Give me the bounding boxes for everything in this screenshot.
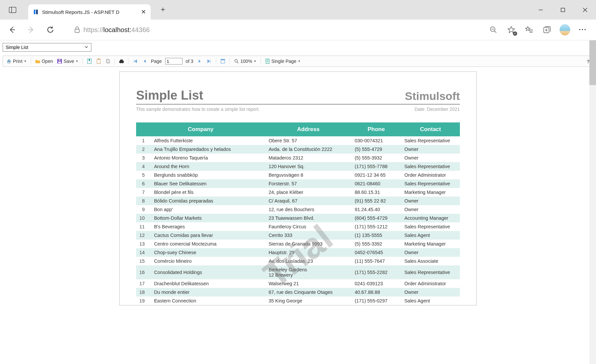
cell-index: 9 [136, 205, 149, 214]
cell-address: Berguvsvägen 8 [265, 171, 351, 179]
cell-address: Walserweg 21 [265, 279, 351, 288]
single-page-icon [265, 59, 270, 64]
zoom-icon [234, 59, 239, 64]
bookmarks-button[interactable] [86, 59, 93, 64]
cell-address: 23 Tsawwassen Blvd. [265, 214, 351, 222]
panel-toggle-button[interactable] [6, 5, 19, 15]
fullscreen-icon [220, 59, 225, 64]
tab-close-button[interactable]: ✕ [141, 8, 146, 16]
page-of: of 3 [185, 59, 194, 64]
cell-phone: (171) 555-0297 [351, 296, 401, 305]
table-row: 6Blauer See DelikatessenForsterstr. 5706… [136, 179, 460, 188]
table-row: 16Consolidated HoldingsBerkeley Gardens1… [136, 265, 460, 279]
svg-rect-27 [98, 59, 100, 60]
svg-rect-24 [59, 59, 61, 61]
svg-rect-4 [561, 8, 565, 12]
svg-rect-23 [58, 62, 61, 63]
parameters-button[interactable] [95, 59, 102, 64]
svg-point-35 [235, 60, 237, 62]
cell-phone: 0621-08460 [351, 179, 401, 188]
cell-phone: 0452-076545 [351, 248, 401, 257]
table-row: 12Cactus Comidas para llevarCerrito 333(… [136, 231, 460, 240]
cell-index: 3 [136, 154, 149, 162]
print-button[interactable]: Print ▼ [6, 59, 27, 64]
browser-tab[interactable]: Stimulsoft Reports.JS - ASP.NET D ✕ [28, 4, 151, 20]
save-button[interactable]: Save ▼ [56, 59, 79, 64]
cell-address: Hauptstr. 29 [265, 248, 351, 257]
profile-avatar[interactable] [560, 24, 570, 35]
cell-contact: Sales Agent [401, 296, 460, 305]
cell-index: 4 [136, 162, 149, 171]
next-page-button[interactable] [197, 59, 203, 64]
last-page-button[interactable] [206, 59, 213, 64]
url-text[interactable]: https://localhost:44366 [82, 24, 473, 36]
cell-contact: Sales Representative [401, 222, 460, 231]
svg-rect-0 [9, 7, 16, 13]
cell-company: Antonio Moreno Taquería [149, 154, 265, 162]
caret-down-icon: ▼ [254, 60, 257, 63]
cell-contact: Accounting Manager [401, 214, 460, 222]
find-button[interactable] [118, 59, 125, 64]
fullscreen-button[interactable] [220, 59, 226, 64]
open-button[interactable]: Open [34, 59, 54, 64]
cell-address: Forsterstr. 57 [265, 179, 351, 188]
cell-phone: 88.60.15.31 [351, 188, 401, 197]
folder-icon [35, 59, 40, 64]
minimize-button[interactable] [529, 0, 552, 20]
new-tab-button[interactable]: ＋ [157, 3, 169, 16]
collections-icon[interactable] [542, 24, 552, 35]
scroll-thumb[interactable] [589, 40, 596, 85]
cell-phone: 030-0074321 [351, 136, 401, 145]
cell-index: 12 [136, 231, 149, 240]
cell-company: Blauer See Delikatessen [149, 179, 265, 188]
resources-button[interactable] [105, 59, 111, 64]
cell-phone: 40.67.88.88 [351, 288, 401, 296]
zoom-out-icon[interactable] [488, 24, 499, 35]
cell-index: 7 [136, 188, 149, 197]
table-row: 8Bólido Comidas preparadasC/ Araquil, 67… [136, 197, 460, 205]
cell-index: 6 [136, 179, 149, 188]
favorites-list-icon[interactable] [524, 24, 534, 35]
cell-contact: Sales Representative [401, 136, 460, 145]
table-row: 5Berglunds snabbköpBerguvsvägen 80921-12… [136, 171, 460, 179]
chevron-down-icon [84, 45, 88, 50]
cell-phone: (171) 555-7788 [351, 162, 401, 171]
report-brand: Stimulsoft [405, 90, 460, 103]
cell-index: 19 [136, 296, 149, 305]
scrollbar[interactable] [589, 40, 596, 364]
view-mode-button[interactable]: Single Page ▼ [264, 59, 301, 64]
forward-button[interactable] [25, 23, 38, 36]
table-row: 18Du monde entier67, rue des Cinquante O… [136, 288, 460, 296]
cell-address: Mataderos 2312 [265, 154, 351, 162]
cell-company: Alfreds Futterkiste [149, 136, 265, 145]
zoom-button[interactable]: 100% ▼ [233, 59, 257, 64]
cell-address: Fauntleroy Circus [265, 222, 351, 231]
cell-address: 12, rue des Bouchers [265, 205, 351, 214]
report-select[interactable]: Simple List [3, 43, 91, 52]
cell-company: Drachenblut Delikatessen [149, 279, 265, 288]
cell-phone: (5) 555-4729 [351, 145, 401, 154]
cell-contact: Sales Representative [401, 265, 460, 279]
maximize-button[interactable] [552, 0, 574, 20]
svg-line-11 [494, 31, 496, 33]
prev-page-button[interactable] [141, 59, 148, 64]
close-window-button[interactable] [574, 0, 596, 20]
favorite-add-icon[interactable]: + [506, 24, 517, 35]
nav-bar: https://localhost:44366 + ··· [0, 20, 596, 40]
table-row: 2Ana Trujillo Emparedados y heladosAvda.… [136, 145, 460, 154]
cell-phone: (91) 555 22 82 [351, 197, 401, 205]
address-bar[interactable]: https://localhost:44366 [70, 23, 475, 37]
binoculars-icon [119, 59, 124, 64]
svg-rect-9 [75, 29, 79, 32]
page-input[interactable] [165, 58, 182, 65]
back-button[interactable] [5, 23, 19, 36]
prev-page-icon [142, 59, 147, 64]
svg-rect-2 [33, 9, 39, 15]
report-select-value: Simple List [6, 45, 28, 50]
more-button[interactable]: ··· [577, 24, 588, 35]
site-info-icon[interactable] [72, 26, 82, 33]
cell-company: Consolidated Holdings [149, 265, 265, 279]
refresh-button[interactable] [44, 23, 57, 36]
cell-phone: 0921-12 34 65 [351, 171, 401, 179]
first-page-button[interactable] [132, 59, 138, 64]
